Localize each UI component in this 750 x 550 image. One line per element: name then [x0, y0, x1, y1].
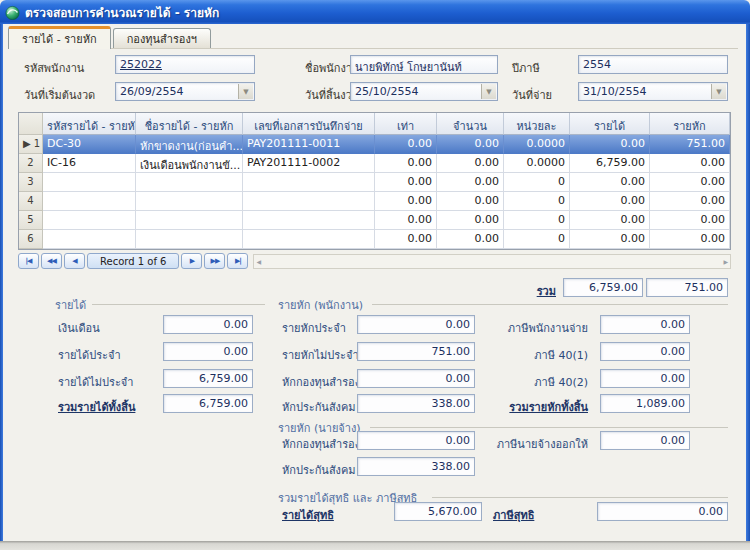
row-indicator[interactable]: 5	[19, 211, 43, 230]
grid-cell[interactable]: IC-16	[43, 154, 136, 173]
grid-cell[interactable]: 0.00	[437, 230, 504, 249]
grid-column-header[interactable]: รหัสรายได้ - รายหัก	[43, 113, 136, 135]
provident-fund-deduction-box: 0.00	[357, 369, 475, 388]
grid-cell[interactable]: 0.00	[570, 211, 650, 230]
grid-column-header[interactable]: หน่วยละ	[504, 113, 570, 135]
grid-cell[interactable]: 0.00	[437, 135, 504, 154]
grid-cell[interactable]: 0.00	[437, 211, 504, 230]
grid-cell[interactable]: 0.0000	[504, 154, 570, 173]
grid-cell[interactable]: 0.00	[375, 230, 437, 249]
grid-cell[interactable]: 0	[504, 173, 570, 192]
grid-column-header[interactable]: จำนวน	[437, 113, 504, 135]
grid-horizontal-scrollbar[interactable]: ◀ ▶	[253, 254, 731, 269]
employee-name-field[interactable]: นายพิทักษ์ โกษยานันท์	[350, 55, 498, 74]
grid-cell[interactable]: 0.00	[650, 173, 730, 192]
grid-cell[interactable]: PAY201111-0011	[243, 135, 375, 154]
nav-prev-page-button[interactable]: ◀◀	[41, 253, 62, 269]
grid-column-header[interactable]: ชื่อรายได้ - รายหัก	[136, 113, 243, 135]
grid-column-header[interactable]	[19, 113, 43, 135]
pay-date-field[interactable]: 31/10/2554 ▼	[578, 82, 728, 101]
income-group-title: รายได้	[55, 296, 86, 314]
grid-cell[interactable]: 0.00	[570, 173, 650, 192]
grid-cell[interactable]	[136, 211, 243, 230]
grid-cell[interactable]	[243, 230, 375, 249]
grid-cell[interactable]: 0.00	[570, 230, 650, 249]
tab-income-deduction[interactable]: รายได้ - รายหัก	[8, 26, 111, 49]
grid-cell[interactable]	[43, 230, 136, 249]
grid-cell[interactable]: 0.00	[375, 192, 437, 211]
grid-cell[interactable]: 0	[504, 211, 570, 230]
grid-cell[interactable]	[136, 192, 243, 211]
grid-cell[interactable]	[243, 173, 375, 192]
calendar-dropdown-icon[interactable]: ▼	[238, 84, 253, 99]
grid-cell[interactable]: 0.00	[375, 211, 437, 230]
grid-cell[interactable]: 0.00	[375, 154, 437, 173]
grid-cell[interactable]	[243, 211, 375, 230]
grid-cell[interactable]: 0.00	[570, 135, 650, 154]
grid-cell[interactable]: 0	[504, 230, 570, 249]
grid-cell[interactable]: 0.00	[375, 173, 437, 192]
row-indicator[interactable]: 4	[19, 192, 43, 211]
grid-cell[interactable]: 0.00	[437, 154, 504, 173]
irregular-deduction-box: 751.00	[357, 342, 475, 361]
grid-cell[interactable]: 0.00	[650, 211, 730, 230]
grid-cell[interactable]: 0.00	[437, 192, 504, 211]
grid-row[interactable]: 40.000.0000.000.00	[19, 192, 730, 211]
calendar-dropdown-icon[interactable]: ▼	[481, 84, 496, 99]
period-end-field[interactable]: 25/10/2554 ▼	[350, 82, 498, 101]
grid-cell[interactable]: PAY201111-0002	[243, 154, 375, 173]
grid-cell[interactable]: 0.00	[650, 192, 730, 211]
period-start-field[interactable]: 26/09/2554 ▼	[115, 82, 255, 101]
grid-cell[interactable]: เงินเดือนพนักงานขั...	[136, 154, 243, 173]
grid-column-header[interactable]: รายได้	[570, 113, 650, 135]
grid-row[interactable]: ▶ 1DC-30หักขาดงาน(ก่อนคำ...PAY201111-001…	[19, 135, 730, 154]
grid-cell[interactable]: DC-30	[43, 135, 136, 154]
calendar-dropdown-icon[interactable]: ▼	[711, 84, 726, 99]
grid-cell[interactable]: 6,759.00	[570, 154, 650, 173]
grid-cell[interactable]: 0	[504, 192, 570, 211]
grid-cell[interactable]: 0.0000	[504, 135, 570, 154]
tab-provident-fund[interactable]: กองทุนสำรองฯ	[113, 28, 211, 48]
grid-row[interactable]: 2IC-16เงินเดือนพนักงานขั...PAY201111-000…	[19, 154, 730, 173]
scroll-left-icon[interactable]: ◀	[256, 258, 261, 265]
grid-cell[interactable]	[43, 211, 136, 230]
tax-year-field[interactable]: 2554	[578, 55, 728, 74]
total-deduction-box: 751.00	[646, 278, 728, 297]
regular-deduction-label: รายหักประจำ	[282, 319, 346, 337]
grid-row[interactable]: 60.000.0000.000.00	[19, 230, 730, 249]
nav-prev-button[interactable]: ◀	[64, 253, 85, 269]
grid-cell[interactable]	[43, 192, 136, 211]
grid-column-header[interactable]: เลขที่เอกสารบันทึกจ่าย	[243, 113, 375, 135]
row-indicator-selected[interactable]: ▶ 1	[19, 135, 43, 154]
grid-cell[interactable]: 751.00	[650, 135, 730, 154]
employee-code-field[interactable]: 252022	[115, 55, 255, 74]
net-group-line	[432, 497, 728, 498]
nav-next-button[interactable]: ▶	[181, 253, 202, 269]
window-border-left	[0, 22, 3, 541]
nav-next-page-button[interactable]: ▶▶	[204, 253, 225, 269]
grid-cell[interactable]: 0.00	[570, 192, 650, 211]
nav-last-button[interactable]: ▶|	[227, 253, 248, 269]
row-indicator[interactable]: 2	[19, 154, 43, 173]
grid-cell[interactable]	[43, 173, 136, 192]
income-deduction-grid[interactable]: รหัสรายได้ - รายหักชื่อรายได้ - รายหักเล…	[18, 112, 731, 250]
window-border-right	[746, 22, 750, 541]
grid-cell[interactable]: 0.00	[650, 154, 730, 173]
grid-cell[interactable]: 0.00	[375, 135, 437, 154]
grid-column-header[interactable]: รายหัก	[650, 113, 730, 135]
scroll-right-icon[interactable]: ▶	[723, 258, 728, 265]
app-globe-icon	[5, 5, 20, 20]
grid-cell[interactable]: หักขาดงาน(ก่อนคำ...	[136, 135, 243, 154]
grid-cell[interactable]: 0.00	[437, 173, 504, 192]
grid-row[interactable]: 50.000.0000.000.00	[19, 211, 730, 230]
nav-first-button[interactable]: |◀	[18, 253, 39, 269]
grid-cell[interactable]	[136, 230, 243, 249]
row-indicator[interactable]: 6	[19, 230, 43, 249]
grid-cell[interactable]	[243, 192, 375, 211]
grid-cell[interactable]	[136, 173, 243, 192]
grid-cell[interactable]: 0.00	[650, 230, 730, 249]
grid-column-header[interactable]: เท่า	[375, 113, 437, 135]
grid-row[interactable]: 30.000.0000.000.00	[19, 173, 730, 192]
row-indicator[interactable]: 3	[19, 173, 43, 192]
titlebar[interactable]: ตรวจสอบการคำนวณรายได้ - รายหัก	[0, 0, 750, 24]
